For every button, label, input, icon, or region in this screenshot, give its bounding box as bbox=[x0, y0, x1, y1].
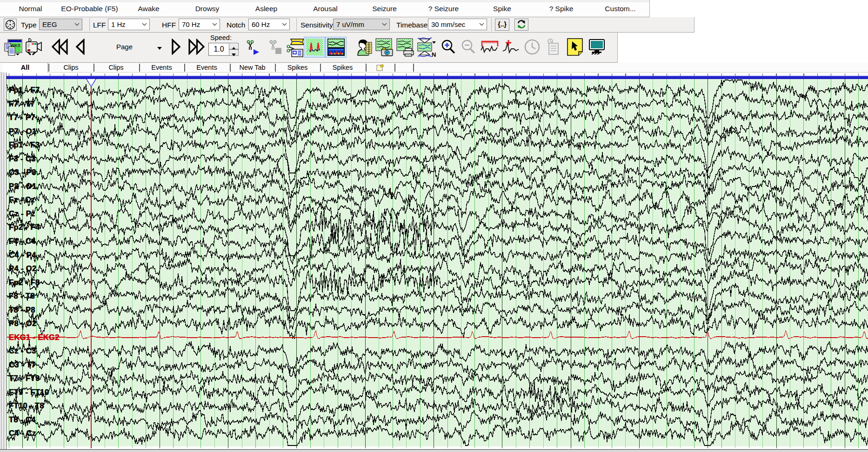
svg-text:F4 - C4: F4 - C4 bbox=[9, 237, 36, 245]
svg-text:FT10 - T8: FT10 - T8 bbox=[9, 401, 44, 410]
svg-text:T7 - P7: T7 - P7 bbox=[9, 113, 35, 121]
svg-text:Fp2 - F8: Fp2 - F8 bbox=[9, 278, 40, 286]
svg-text:F8 - T8: F8 - T8 bbox=[9, 292, 35, 300]
svg-text:Fp1 - F3: Fp1 - F3 bbox=[9, 140, 40, 149]
svg-text:P8 - O2: P8 - O2 bbox=[9, 319, 37, 327]
svg-text:N: N bbox=[432, 51, 436, 58]
svg-text:P3 - O1: P3 - O1 bbox=[9, 182, 37, 190]
svg-text:F7 - T7: F7 - T7 bbox=[9, 100, 35, 108]
svg-text:T8 - P8: T8 - P8 bbox=[9, 306, 35, 314]
svg-text:P7 - O1: P7 - O1 bbox=[9, 127, 37, 135]
svg-text:Fp2 - F4: Fp2 - F4 bbox=[9, 223, 40, 231]
svg-text:Fz - Cz: Fz - Cz bbox=[9, 195, 35, 204]
svg-text:EKG1 - EKG2: EKG1 - EKG2 bbox=[9, 333, 60, 341]
svg-text:C3 - P3: C3 - P3 bbox=[9, 168, 36, 176]
svg-text:F3 - C3: F3 - C3 bbox=[9, 154, 36, 163]
svg-text:P4 - O2: P4 - O2 bbox=[9, 264, 37, 273]
svg-text:Cz - Pz: Cz - Pz bbox=[9, 209, 35, 218]
svg-text:T8 - C4: T8 - C4 bbox=[9, 415, 36, 424]
svg-text:Fp1 - F7: Fp1 - F7 bbox=[9, 86, 40, 94]
svg-text:FT9 - FT10: FT9 - FT10 bbox=[9, 388, 49, 396]
svg-text:Cz - C3: Cz - C3 bbox=[9, 346, 36, 355]
svg-text:C3 - T7: C3 - T7 bbox=[9, 360, 36, 369]
svg-text:C4 - Cz: C4 - Cz bbox=[9, 429, 36, 437]
svg-text:C4 - P4: C4 - P4 bbox=[9, 251, 36, 259]
svg-text:T7 - FT9: T7 - FT9 bbox=[9, 374, 40, 382]
